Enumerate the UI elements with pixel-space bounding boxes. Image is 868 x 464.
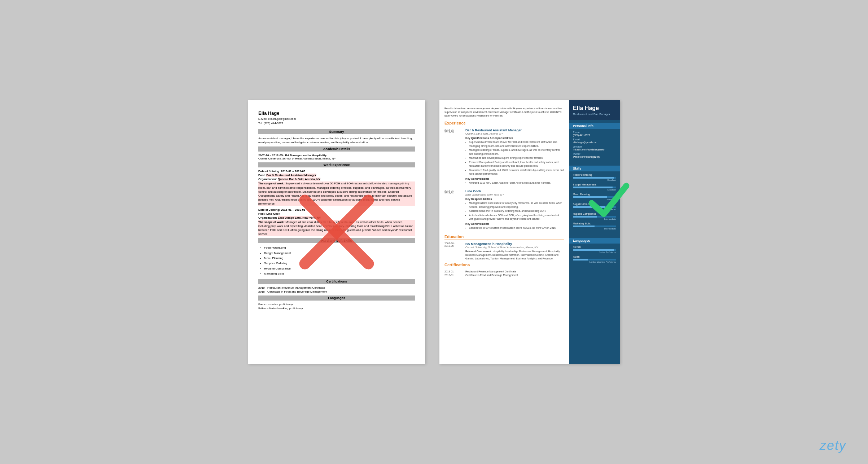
skill-hygiene-compliance: Hygiene Compliance Intermediate — [573, 213, 616, 220]
right-summary: Results-driven food service management d… — [444, 107, 564, 117]
left-lang-header: Languages — [258, 296, 415, 301]
left-email: E-Mail: ella.hage@gmail.com — [258, 117, 415, 121]
sidebar-twitter-value: twitter.com/ellahagezety — [573, 156, 616, 158]
sidebar-linkedin-value: linkedin.com/in/ellahagezety — [573, 148, 616, 151]
lang-bar-bg — [573, 259, 616, 261]
left-cert-1: 2019 - Restaurant Revenue Management Cer… — [258, 286, 415, 289]
lang-bar-bg — [573, 249, 616, 251]
sidebar-title: Restaurant and Bar Manager — [573, 113, 616, 116]
list-item: Maintained and developed a superb dining… — [469, 156, 564, 160]
skill-bar-bg — [573, 177, 616, 179]
list-item: Assisted head chef in inventory, orderin… — [469, 209, 564, 213]
left-edu-degree: 2007-10 – 2012-05 · BA Management in Hos… — [258, 154, 415, 157]
sidebar-phone-value: (929) 441-3322 — [573, 134, 616, 136]
zety-watermark: zety — [820, 438, 846, 453]
lang-bar-fill — [573, 259, 588, 261]
list-item: Guaranteed food quality and 100% custome… — [469, 168, 564, 176]
right-job2-right: Line Cook East Village Eats, New York, N… — [465, 189, 564, 231]
right-experience-title: Experience — [444, 121, 564, 126]
list-item: Food Purchasing — [264, 245, 415, 250]
sidebar-phone-label: Phone — [573, 131, 616, 133]
right-job1-title: Bar & Restaurant Assistant Manager — [465, 128, 564, 132]
left-name: Ella Hage — [258, 110, 415, 116]
skill-bar-fill — [573, 196, 607, 198]
skill-bar-bg — [573, 206, 616, 208]
left-job1-scope: The scope of work: Supervised a diverse … — [258, 181, 415, 206]
left-job1-post: Bar & Restaurant Assistant Manager — [266, 174, 316, 177]
right-edu-right: BA Management in Hospitality Cornell Uni… — [465, 242, 564, 260]
sidebar-email-label: E-mail — [573, 138, 616, 141]
right-job2-company: East Village Eats, New York, NY — [465, 193, 564, 196]
right-cert-1-date: 2019-01 — [444, 270, 463, 273]
lang-name: Italian — [573, 255, 616, 258]
left-job2-post-label: Post: — [258, 212, 266, 215]
right-edu-1: 2007-10 - 2012-05 BA Management in Hospi… — [444, 242, 564, 260]
left-job1-date-line: Date of Joining: 2016-01 – 2019-03 — [258, 170, 415, 173]
left-job2-org: East Village Eats, New York, NY — [278, 216, 321, 219]
right-education-title: Education — [444, 235, 564, 240]
right-job2-bullets: Managed all line cook duties for a busy … — [465, 201, 564, 221]
right-cert-2-date: 2018-01 — [444, 274, 463, 276]
right-job1-qual-title: Key Qualifications & Responsibilities — [465, 136, 564, 140]
sidebar-name-block: Ella Hage Restaurant and Bar Manager — [569, 100, 620, 120]
page-container: Ella Hage E-Mail: ella.hage@gmail.com Te… — [0, 0, 868, 464]
right-edu-degree: BA Management in Hospitality — [465, 242, 564, 246]
left-cert-2: 2018 - Certificate in Food and Beverage … — [258, 290, 415, 293]
skill-level: Intermediate — [573, 218, 616, 220]
left-skills-header: Hard and Soft Skills — [258, 238, 415, 243]
left-work-header: Work Experience — [258, 162, 415, 167]
skill-supplies-ordering: Supplies Ordering Advanced — [573, 203, 616, 210]
left-summary-text: As an assistant manager, I have the expe… — [258, 136, 415, 144]
skill-level: Intermediate — [573, 228, 616, 230]
right-sidebar: Ella Hage Restaurant and Bar Manager Per… — [569, 100, 620, 364]
skill-bar-bg — [573, 196, 616, 198]
skill-bar-bg — [573, 187, 616, 188]
left-job2-post-line: Post: Line Cook — [258, 212, 415, 215]
sidebar-personal-title: Personal Info — [569, 123, 620, 129]
skill-level: Excellent — [573, 179, 616, 181]
right-job1: 2018-01 - 2019-03 Bar & Restaurant Assis… — [444, 128, 564, 186]
list-item: Supervised a diverse team of over 50 FOH… — [469, 140, 564, 148]
right-edu-school: Cornell University, School of Hotel Admi… — [465, 246, 564, 249]
right-cert-2-name: Certificate in Food and Beverage Managem… — [465, 274, 518, 276]
right-cert-title: Certifications — [444, 263, 564, 268]
skill-bar-fill — [573, 206, 605, 208]
list-item: Ensured Occupational Safety and Health A… — [469, 161, 564, 168]
skill-level: Advanced — [573, 198, 616, 201]
skill-bar-fill — [573, 177, 614, 179]
left-job2-org-label: Organization: — [258, 216, 278, 219]
left-job2-scope: The scope of work: Managed all line cook… — [258, 220, 415, 236]
left-job1-org-label: Organization: — [258, 178, 278, 181]
skill-bar-bg — [573, 216, 616, 218]
left-lang-2: Italian – limited working proficiency — [258, 307, 415, 310]
right-cert-1-name: Restaurant Revenue Management Certificat… — [465, 270, 516, 273]
right-job2: 2015-01 - 2016-01 Line Cook East Village… — [444, 189, 564, 231]
list-item: Supplies Ordering — [264, 261, 415, 266]
right-edu-coursework: Relevant Coursework: Hospitality Leaders… — [465, 250, 564, 260]
right-cert-1: 2019-01 Restaurant Revenue Management Ce… — [444, 270, 564, 273]
list-item: Budget Management — [264, 251, 415, 256]
sidebar-name: Ella Hage — [573, 105, 616, 111]
left-job1-org-line: Organization: Queens Bar & Grill, Astori… — [258, 178, 415, 181]
lang-italian: Italian Limited Working Proficiency — [573, 255, 616, 263]
right-resume-main: Results-driven food service management d… — [439, 100, 569, 364]
left-resume: Ella Hage E-Mail: ella.hage@gmail.com Te… — [248, 100, 425, 364]
right-job2-header: 2015-01 - 2016-01 Line Cook East Village… — [444, 189, 564, 231]
left-job2-date-label: Date of Joining: — [258, 208, 281, 211]
skill-level: Excellent — [573, 189, 616, 191]
right-job1-achieve-title: Key Achievements — [465, 177, 564, 180]
sidebar-twitter-label: Twitter — [573, 153, 616, 155]
right-job2-achieve-title: Key Achievements — [465, 222, 564, 226]
left-edu-school: Cornell University, School of Hotel Admi… — [258, 157, 415, 160]
skill-bar-bg — [573, 226, 616, 227]
list-item: Managed all line cook duties for a busy … — [469, 201, 564, 209]
skill-menu-planning: Menu Planning Advanced — [573, 193, 616, 201]
left-tel: Tel: (929) 444-3322 — [258, 121, 415, 126]
left-edu-entry: 2007-10 – 2012-05 · BA Management in Hos… — [258, 154, 415, 160]
right-job1-date: 2018-01 - 2019-03 — [444, 128, 463, 186]
left-academic-header: Academic Details — [258, 146, 415, 152]
skill-name: Food Purchasing — [573, 174, 616, 176]
sidebar-email-value: ella.hage@gmail.com — [573, 141, 616, 144]
right-resume: Results-driven food service management d… — [439, 100, 620, 364]
sidebar-personal-section: Personal Info Phone (929) 441-3322 E-mai… — [569, 120, 620, 163]
